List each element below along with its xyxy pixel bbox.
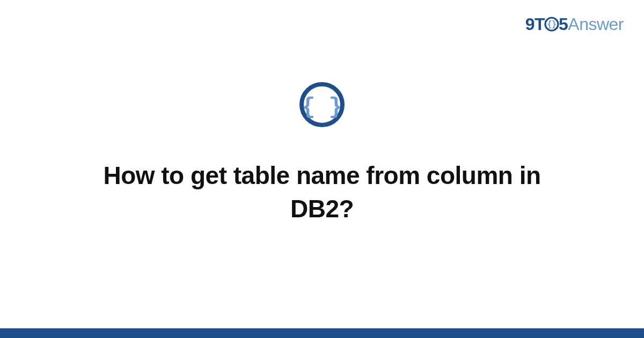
curly-braces-icon: { } — [298, 80, 346, 131]
footer-bar — [0, 328, 644, 338]
svg-text:{ }: { } — [302, 94, 342, 120]
question-title: How to get table name from column in DB2… — [80, 159, 564, 225]
main-content: { } How to get table name from column in… — [0, 0, 644, 338]
